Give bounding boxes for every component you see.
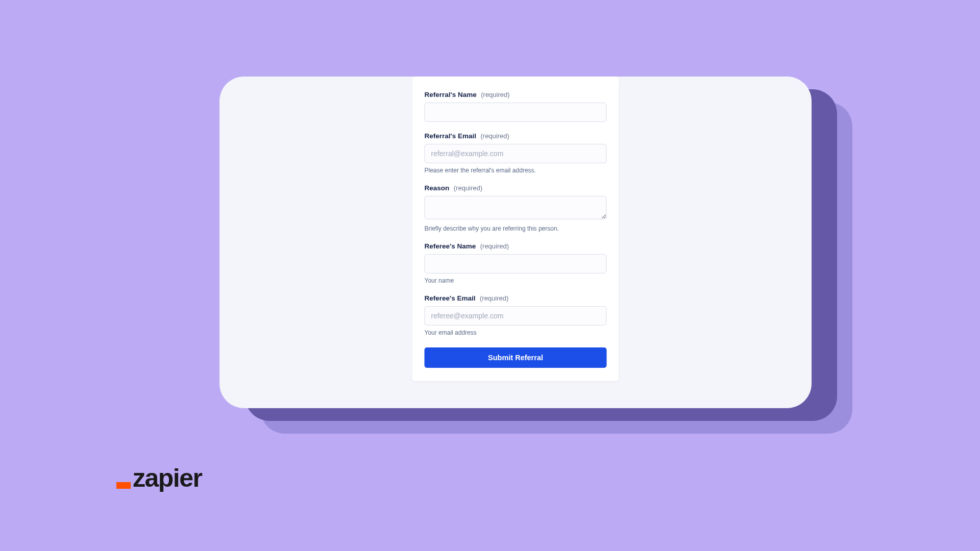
reason-textarea[interactable] <box>425 196 607 219</box>
label-row: Referral's Email (required) <box>425 131 607 140</box>
label-row: Referral's Name (required) <box>425 90 607 99</box>
referee-email-input[interactable] <box>425 306 607 325</box>
label-row: Referee's Email (required) <box>425 293 607 303</box>
field-label: Referee's Email <box>425 294 476 302</box>
field-help: Your email address <box>425 329 607 336</box>
referral-form: Referral's Name (required) Referral's Em… <box>412 77 619 381</box>
required-indicator: (required) <box>480 132 509 140</box>
field-referral-email: Referral's Email (required) Please enter… <box>425 131 607 174</box>
field-help: Your name <box>425 277 607 284</box>
field-label: Reason <box>425 184 450 192</box>
referral-email-input[interactable] <box>425 144 607 163</box>
label-row: Reason (required) <box>425 183 607 192</box>
field-label: Referee's Name <box>425 242 476 250</box>
field-label: Referral's Email <box>425 132 477 140</box>
underscore-icon <box>116 482 131 489</box>
field-referee-email: Referee's Email (required) Your email ad… <box>425 293 607 336</box>
field-label: Referral's Name <box>425 91 477 98</box>
field-referral-name: Referral's Name (required) <box>425 90 607 122</box>
zapier-logo: zapier <box>116 465 202 491</box>
required-indicator: (required) <box>454 184 482 192</box>
referral-name-input[interactable] <box>425 103 607 122</box>
field-help: Please enter the referral's email addres… <box>425 167 607 174</box>
referee-name-input[interactable] <box>425 254 607 273</box>
required-indicator: (required) <box>480 242 509 250</box>
submit-referral-button[interactable]: Submit Referral <box>425 347 607 368</box>
screenshot-card: Referral's Name (required) Referral's Em… <box>219 77 812 408</box>
logo-wordmark: zapier <box>133 465 202 491</box>
required-indicator: (required) <box>480 294 508 302</box>
field-help: Briefly describe why you are referring t… <box>425 225 607 232</box>
field-referee-name: Referee's Name (required) Your name <box>425 241 607 284</box>
required-indicator: (required) <box>481 91 509 98</box>
field-reason: Reason (required) Briefly describe why y… <box>425 183 607 232</box>
label-row: Referee's Name (required) <box>425 241 607 251</box>
